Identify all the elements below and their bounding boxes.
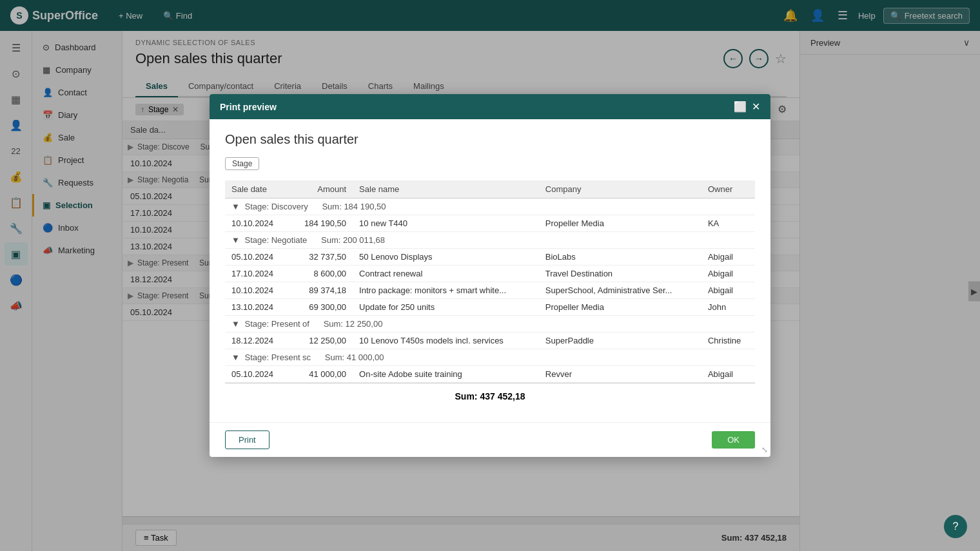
modal-sales-table: Sale date Amount Sale name Company Owner… — [225, 180, 755, 383]
cell-owner: Abigail — [701, 266, 755, 282]
modal-footer: Print OK — [210, 422, 770, 457]
ok-button[interactable]: OK — [712, 431, 755, 449]
print-preview-modal: Print preview ⬜ ✕ Open sales this quarte… — [210, 94, 770, 457]
cell-date: 10.10.2024 — [225, 215, 289, 232]
table-row: ▼ Stage: Present sc Sum: 41 000,00 — [225, 349, 755, 366]
group-sum: Sum: 12 250,00 — [324, 319, 383, 329]
cell-date: 18.12.2024 — [225, 333, 289, 349]
cell-amount: 89 374,18 — [289, 282, 353, 299]
help-fab-button[interactable]: ? — [944, 515, 967, 538]
cell-company: SuperSchool, Administrative Ser... — [539, 282, 701, 299]
cell-owner: KA — [701, 215, 755, 232]
cell-owner: John — [701, 299, 755, 316]
group-sum: Sum: 41 000,00 — [325, 353, 384, 362]
table-row: 10.10.2024 89 374,18 Intro package: moni… — [225, 282, 755, 299]
cell-amount: 41 000,00 — [289, 366, 353, 383]
table-row: ▼ Stage: Negotiate Sum: 200 011,68 — [225, 232, 755, 249]
cell-date: 10.10.2024 — [225, 282, 289, 299]
group-expand-icon[interactable]: ▼ — [231, 353, 240, 362]
cell-amount: 69 300,00 — [289, 299, 353, 316]
group-label: Stage: Discovery — [245, 202, 308, 211]
cell-date: 05.10.2024 — [225, 366, 289, 383]
cell-company: Travel Destination — [539, 266, 701, 282]
modal-col-company: Company — [539, 180, 701, 198]
modal-maximize-button[interactable]: ⬜ — [734, 101, 747, 113]
table-row: 18.12.2024 12 250,00 10 Lenovo T450s mod… — [225, 333, 755, 349]
group-label: Stage: Negotiate — [245, 235, 308, 245]
modal-col-owner: Owner — [701, 180, 755, 198]
cell-amount: 184 190,50 — [289, 215, 353, 232]
modal-col-amount: Amount — [289, 180, 353, 198]
group-label: Stage: Present sc — [245, 353, 311, 362]
group-expand-icon[interactable]: ▼ — [231, 319, 240, 329]
modal-total-sum: Sum: 437 452,18 — [225, 383, 755, 409]
modal-body: Open sales this quarter Stage Sale date … — [210, 119, 770, 422]
modal-col-sale-name: Sale name — [353, 180, 539, 198]
modal-header: Print preview ⬜ ✕ — [210, 94, 770, 119]
cell-amount: 12 250,00 — [289, 333, 353, 349]
cell-name: 10 Lenovo T450s models incl. services — [353, 333, 539, 349]
cell-name: 50 Lenovo Displays — [353, 249, 539, 266]
table-row: ▼ Stage: Present of Sum: 12 250,00 — [225, 316, 755, 333]
group-label: Stage: Present of — [245, 319, 309, 329]
cell-company: Propeller Media — [539, 215, 701, 232]
cell-owner: Abigail — [701, 249, 755, 266]
table-row: 13.10.2024 69 300,00 Update for 250 unit… — [225, 299, 755, 316]
modal-close-button[interactable]: ✕ — [752, 101, 760, 113]
group-sum: Sum: 184 190,50 — [322, 202, 386, 211]
cell-company: SuperPaddle — [539, 333, 701, 349]
cell-amount: 8 600,00 — [289, 266, 353, 282]
cell-name: Update for 250 units — [353, 299, 539, 316]
cell-date: 13.10.2024 — [225, 299, 289, 316]
table-row: 05.10.2024 41 000,00 On-site Adobe suite… — [225, 366, 755, 383]
cell-company: BioLabs — [539, 249, 701, 266]
table-row: 05.10.2024 32 737,50 50 Lenovo Displays … — [225, 249, 755, 266]
resize-handle[interactable]: ⤡ — [761, 445, 768, 454]
cell-name: 10 new T440 — [353, 215, 539, 232]
modal-overlay: Print preview ⬜ ✕ Open sales this quarte… — [0, 0, 980, 551]
cell-name: Contract renewal — [353, 266, 539, 282]
modal-header-actions: ⬜ ✕ — [734, 101, 760, 113]
cell-company: Propeller Media — [539, 299, 701, 316]
report-title: Open sales this quarter — [225, 132, 755, 147]
cell-company: Revver — [539, 366, 701, 383]
group-expand-icon[interactable]: ▼ — [231, 202, 240, 211]
table-row: 17.10.2024 8 600,00 Contract renewal Tra… — [225, 266, 755, 282]
cell-owner: Abigail — [701, 366, 755, 383]
group-expand-icon[interactable]: ▼ — [231, 235, 240, 245]
modal-title: Print preview — [220, 102, 277, 112]
table-row: 10.10.2024 184 190,50 10 new T440 Propel… — [225, 215, 755, 232]
print-button[interactable]: Print — [225, 430, 270, 449]
cell-owner: Christine — [701, 333, 755, 349]
stage-filter-badge: Stage — [225, 157, 259, 170]
cell-amount: 32 737,50 — [289, 249, 353, 266]
cell-name: On-site Adobe suite training — [353, 366, 539, 383]
cell-owner: Abigail — [701, 282, 755, 299]
group-sum: Sum: 200 011,68 — [321, 235, 385, 245]
modal-col-sale-date: Sale date — [225, 180, 289, 198]
table-row: ▼ Stage: Discovery Sum: 184 190,50 — [225, 198, 755, 215]
cell-name: Intro package: monitors + smart white... — [353, 282, 539, 299]
cell-date: 17.10.2024 — [225, 266, 289, 282]
cell-date: 05.10.2024 — [225, 249, 289, 266]
